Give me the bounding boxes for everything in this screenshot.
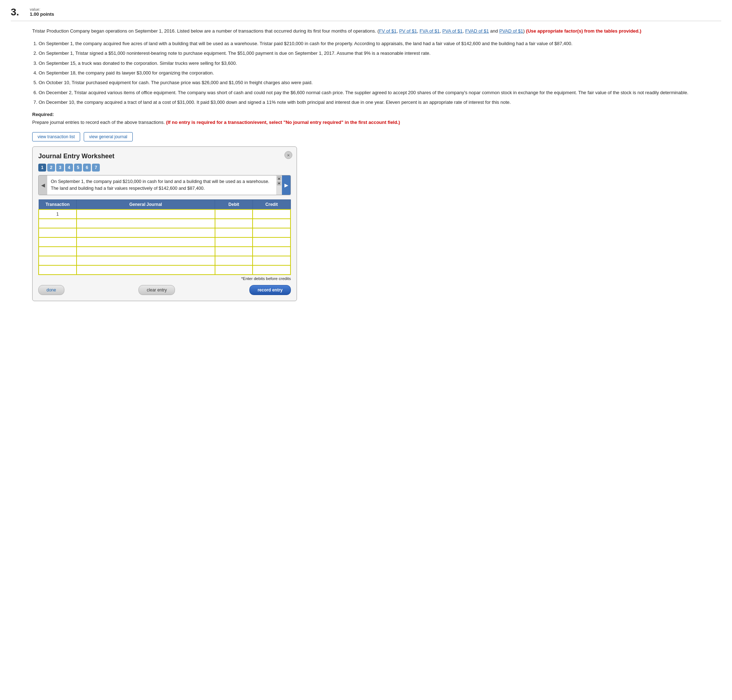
credit-cell-6[interactable] [252,256,290,265]
debit-cell-4[interactable] [215,237,253,247]
transaction-item-6: On December 2, Tristar acquired various … [39,88,721,97]
account-input-7[interactable] [79,268,213,272]
fvad-link[interactable]: FVAD of $1 [465,28,489,34]
transaction-cell-1: 1 [39,209,76,219]
intro-text: Tristar Production Company began operati… [32,28,721,35]
transaction-cell-5 [39,247,76,256]
credit-input-7[interactable] [255,268,288,272]
value-points: 1.00 points [30,12,54,17]
debit-input-5[interactable] [217,249,251,254]
transaction-header: Transaction [39,199,76,209]
credit-input-4[interactable] [255,240,288,244]
view-general-journal-button[interactable]: view general journal [84,132,133,141]
view-transaction-list-button[interactable]: view transaction list [32,132,80,141]
credit-cell-1[interactable] [252,209,290,219]
account-cell-6[interactable] [76,256,215,265]
account-cell-7[interactable] [76,265,215,275]
description-scrollbar: ▲ ▼ [276,175,282,195]
tab-2[interactable]: 2 [47,164,55,172]
table-row: 1 [39,209,290,219]
account-cell-4[interactable] [76,237,215,247]
worksheet-title: Journal Entry Worksheet [38,153,291,160]
tab-3[interactable]: 3 [56,164,64,172]
account-input-2[interactable] [79,221,213,226]
debit-cell-1[interactable] [215,209,253,219]
description-prev-arrow[interactable]: ◀ [39,175,47,195]
tab-6[interactable]: 6 [83,164,91,172]
credit-cell-4[interactable] [252,237,290,247]
required-red-text: (If no entry is required for a transacti… [166,120,400,125]
credit-input-1[interactable] [255,212,288,217]
debit-cell-7[interactable] [215,265,253,275]
debit-input-2[interactable] [217,221,251,226]
question-body: Tristar Production Company began operati… [32,28,721,301]
transaction-item-1: On September 1, the company acquired fiv… [39,40,721,48]
debit-input-1[interactable] [217,212,251,217]
credit-input-2[interactable] [255,221,288,226]
credit-cell-7[interactable] [252,265,290,275]
pvad-link[interactable]: PVAD of $1 [499,28,523,34]
debit-cell-6[interactable] [215,256,253,265]
fv-link[interactable]: FV of $1 [379,28,396,34]
debit-input-6[interactable] [217,258,251,263]
transaction-item-7: On December 10, the company acquired a t… [39,98,721,106]
clear-entry-button[interactable]: clear entry [138,285,175,295]
question-number: 3. [11,7,19,17]
description-box: ◀ On September 1, the company paid $210,… [38,175,291,195]
table-row [39,265,290,275]
transaction-cell-3 [39,228,76,237]
account-input-3[interactable] [79,230,213,235]
transaction-cell-6 [39,256,76,265]
debit-cell-3[interactable] [215,228,253,237]
debit-input-7[interactable] [217,268,251,272]
account-cell-2[interactable] [76,219,215,228]
debit-input-3[interactable] [217,230,251,235]
required-label: Required: [32,111,721,119]
table-row [39,219,290,228]
account-input-4[interactable] [79,240,213,244]
question-value-block: value: 1.00 points [30,7,54,17]
transaction-item-3: On September 15, a truck was donated to … [39,59,721,67]
journal-table: Transaction General Journal Debit Credit… [38,199,291,275]
credit-input-5[interactable] [255,249,288,254]
debit-input-4[interactable] [217,240,251,244]
action-buttons: view transaction list view general journ… [32,132,721,141]
credit-input-6[interactable] [255,258,288,263]
credit-cell-3[interactable] [252,228,290,237]
account-cell-5[interactable] [76,247,215,256]
description-next-arrow[interactable]: ▶ [282,175,290,195]
fva-link[interactable]: FVA of $1 [420,28,440,34]
transaction-cell-2 [39,219,76,228]
scroll-down-button[interactable]: ▼ [277,181,281,185]
debit-header: Debit [215,199,253,209]
debit-cell-2[interactable] [215,219,253,228]
account-input-1[interactable] [79,212,213,217]
credit-input-3[interactable] [255,230,288,235]
account-input-5[interactable] [79,249,213,254]
record-entry-button[interactable]: record entry [249,285,291,295]
transaction-item-4: On September 18, the company paid its la… [39,69,721,77]
tab-1[interactable]: 1 [38,164,46,172]
credit-cell-5[interactable] [252,247,290,256]
table-row [39,256,290,265]
debit-cell-5[interactable] [215,247,253,256]
table-row [39,247,290,256]
enter-note: *Enter debits before credits [38,276,291,281]
scroll-up-button[interactable]: ▲ [277,176,281,181]
tab-7[interactable]: 7 [92,164,100,172]
account-cell-3[interactable] [76,228,215,237]
pva-link[interactable]: PVA of $1 [442,28,463,34]
done-button[interactable]: done [38,285,65,295]
account-cell-1[interactable] [76,209,215,219]
credit-cell-2[interactable] [252,219,290,228]
tab-5[interactable]: 5 [74,164,82,172]
table-row [39,237,290,247]
table-row [39,228,290,237]
value-label: value: [30,7,54,12]
required-section: Required: Prepare journal entries to rec… [32,111,721,127]
pv-link[interactable]: PV of $1 [399,28,417,34]
tab-numbers: 1 2 3 4 5 6 7 [38,164,291,172]
tab-4[interactable]: 4 [65,164,73,172]
close-button[interactable]: × [285,151,292,159]
account-input-6[interactable] [79,258,213,263]
